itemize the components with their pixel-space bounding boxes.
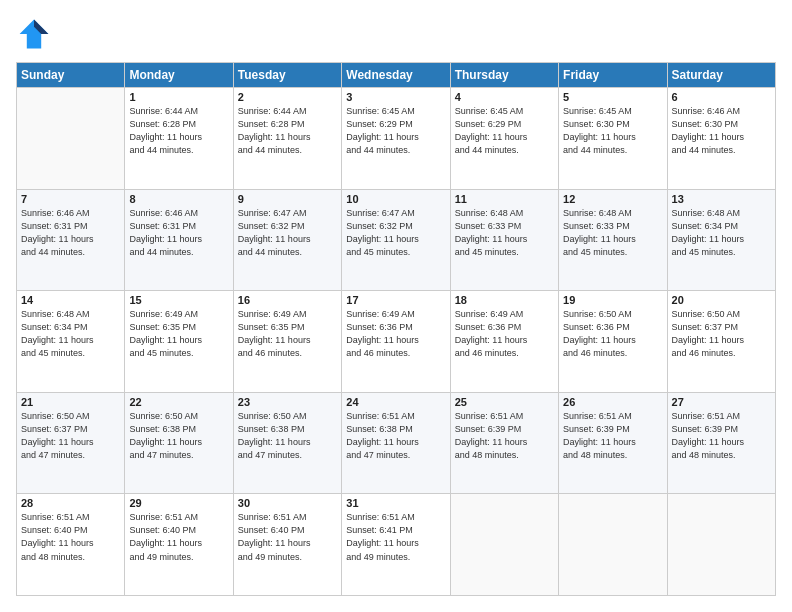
day-number: 6: [672, 91, 771, 103]
day-info: Sunrise: 6:45 AMSunset: 6:29 PMDaylight:…: [346, 105, 445, 157]
day-number: 26: [563, 396, 662, 408]
calendar-cell: 30Sunrise: 6:51 AMSunset: 6:40 PMDayligh…: [233, 494, 341, 596]
calendar-cell: 3Sunrise: 6:45 AMSunset: 6:29 PMDaylight…: [342, 88, 450, 190]
calendar-cell: 25Sunrise: 6:51 AMSunset: 6:39 PMDayligh…: [450, 392, 558, 494]
calendar-week-2: 14Sunrise: 6:48 AMSunset: 6:34 PMDayligh…: [17, 291, 776, 393]
calendar-cell: 12Sunrise: 6:48 AMSunset: 6:33 PMDayligh…: [559, 189, 667, 291]
weekday-header-wednesday: Wednesday: [342, 63, 450, 88]
calendar-week-4: 28Sunrise: 6:51 AMSunset: 6:40 PMDayligh…: [17, 494, 776, 596]
calendar-cell: 29Sunrise: 6:51 AMSunset: 6:40 PMDayligh…: [125, 494, 233, 596]
day-info: Sunrise: 6:51 AMSunset: 6:40 PMDaylight:…: [21, 511, 120, 563]
day-info: Sunrise: 6:50 AMSunset: 6:37 PMDaylight:…: [21, 410, 120, 462]
calendar-week-1: 7Sunrise: 6:46 AMSunset: 6:31 PMDaylight…: [17, 189, 776, 291]
calendar: SundayMondayTuesdayWednesdayThursdayFrid…: [16, 62, 776, 596]
day-number: 20: [672, 294, 771, 306]
day-info: Sunrise: 6:48 AMSunset: 6:33 PMDaylight:…: [563, 207, 662, 259]
calendar-cell: 5Sunrise: 6:45 AMSunset: 6:30 PMDaylight…: [559, 88, 667, 190]
day-number: 25: [455, 396, 554, 408]
day-number: 18: [455, 294, 554, 306]
day-info: Sunrise: 6:51 AMSunset: 6:39 PMDaylight:…: [563, 410, 662, 462]
day-info: Sunrise: 6:49 AMSunset: 6:35 PMDaylight:…: [129, 308, 228, 360]
day-number: 7: [21, 193, 120, 205]
day-info: Sunrise: 6:47 AMSunset: 6:32 PMDaylight:…: [346, 207, 445, 259]
calendar-cell: 21Sunrise: 6:50 AMSunset: 6:37 PMDayligh…: [17, 392, 125, 494]
calendar-cell: 26Sunrise: 6:51 AMSunset: 6:39 PMDayligh…: [559, 392, 667, 494]
day-info: Sunrise: 6:46 AMSunset: 6:30 PMDaylight:…: [672, 105, 771, 157]
day-number: 5: [563, 91, 662, 103]
calendar-cell: [450, 494, 558, 596]
day-number: 17: [346, 294, 445, 306]
day-info: Sunrise: 6:51 AMSunset: 6:40 PMDaylight:…: [129, 511, 228, 563]
day-info: Sunrise: 6:48 AMSunset: 6:34 PMDaylight:…: [21, 308, 120, 360]
day-info: Sunrise: 6:51 AMSunset: 6:41 PMDaylight:…: [346, 511, 445, 563]
day-number: 30: [238, 497, 337, 509]
calendar-cell: 14Sunrise: 6:48 AMSunset: 6:34 PMDayligh…: [17, 291, 125, 393]
day-info: Sunrise: 6:44 AMSunset: 6:28 PMDaylight:…: [129, 105, 228, 157]
day-info: Sunrise: 6:49 AMSunset: 6:35 PMDaylight:…: [238, 308, 337, 360]
calendar-cell: [17, 88, 125, 190]
weekday-header-sunday: Sunday: [17, 63, 125, 88]
day-number: 8: [129, 193, 228, 205]
day-number: 22: [129, 396, 228, 408]
day-number: 13: [672, 193, 771, 205]
calendar-cell: 24Sunrise: 6:51 AMSunset: 6:38 PMDayligh…: [342, 392, 450, 494]
calendar-cell: 31Sunrise: 6:51 AMSunset: 6:41 PMDayligh…: [342, 494, 450, 596]
calendar-cell: 13Sunrise: 6:48 AMSunset: 6:34 PMDayligh…: [667, 189, 775, 291]
logo: [16, 16, 56, 52]
calendar-cell: [667, 494, 775, 596]
weekday-header-tuesday: Tuesday: [233, 63, 341, 88]
page: SundayMondayTuesdayWednesdayThursdayFrid…: [0, 0, 792, 612]
day-info: Sunrise: 6:48 AMSunset: 6:33 PMDaylight:…: [455, 207, 554, 259]
weekday-header-friday: Friday: [559, 63, 667, 88]
calendar-week-0: 1Sunrise: 6:44 AMSunset: 6:28 PMDaylight…: [17, 88, 776, 190]
calendar-cell: 1Sunrise: 6:44 AMSunset: 6:28 PMDaylight…: [125, 88, 233, 190]
day-info: Sunrise: 6:47 AMSunset: 6:32 PMDaylight:…: [238, 207, 337, 259]
day-info: Sunrise: 6:48 AMSunset: 6:34 PMDaylight:…: [672, 207, 771, 259]
day-info: Sunrise: 6:45 AMSunset: 6:30 PMDaylight:…: [563, 105, 662, 157]
day-info: Sunrise: 6:44 AMSunset: 6:28 PMDaylight:…: [238, 105, 337, 157]
day-info: Sunrise: 6:50 AMSunset: 6:37 PMDaylight:…: [672, 308, 771, 360]
weekday-header-thursday: Thursday: [450, 63, 558, 88]
day-number: 28: [21, 497, 120, 509]
day-info: Sunrise: 6:49 AMSunset: 6:36 PMDaylight:…: [346, 308, 445, 360]
day-number: 31: [346, 497, 445, 509]
calendar-cell: 10Sunrise: 6:47 AMSunset: 6:32 PMDayligh…: [342, 189, 450, 291]
day-number: 14: [21, 294, 120, 306]
day-info: Sunrise: 6:51 AMSunset: 6:40 PMDaylight:…: [238, 511, 337, 563]
calendar-cell: 11Sunrise: 6:48 AMSunset: 6:33 PMDayligh…: [450, 189, 558, 291]
day-number: 24: [346, 396, 445, 408]
day-info: Sunrise: 6:49 AMSunset: 6:36 PMDaylight:…: [455, 308, 554, 360]
day-info: Sunrise: 6:50 AMSunset: 6:36 PMDaylight:…: [563, 308, 662, 360]
calendar-cell: 6Sunrise: 6:46 AMSunset: 6:30 PMDaylight…: [667, 88, 775, 190]
logo-icon: [16, 16, 52, 52]
day-number: 15: [129, 294, 228, 306]
calendar-cell: 16Sunrise: 6:49 AMSunset: 6:35 PMDayligh…: [233, 291, 341, 393]
calendar-cell: 2Sunrise: 6:44 AMSunset: 6:28 PMDaylight…: [233, 88, 341, 190]
day-number: 1: [129, 91, 228, 103]
day-info: Sunrise: 6:46 AMSunset: 6:31 PMDaylight:…: [21, 207, 120, 259]
day-number: 21: [21, 396, 120, 408]
calendar-cell: 15Sunrise: 6:49 AMSunset: 6:35 PMDayligh…: [125, 291, 233, 393]
day-number: 23: [238, 396, 337, 408]
calendar-cell: 9Sunrise: 6:47 AMSunset: 6:32 PMDaylight…: [233, 189, 341, 291]
day-number: 3: [346, 91, 445, 103]
day-info: Sunrise: 6:46 AMSunset: 6:31 PMDaylight:…: [129, 207, 228, 259]
calendar-cell: 8Sunrise: 6:46 AMSunset: 6:31 PMDaylight…: [125, 189, 233, 291]
calendar-cell: 7Sunrise: 6:46 AMSunset: 6:31 PMDaylight…: [17, 189, 125, 291]
day-info: Sunrise: 6:51 AMSunset: 6:38 PMDaylight:…: [346, 410, 445, 462]
day-info: Sunrise: 6:45 AMSunset: 6:29 PMDaylight:…: [455, 105, 554, 157]
day-info: Sunrise: 6:51 AMSunset: 6:39 PMDaylight:…: [672, 410, 771, 462]
calendar-cell: 4Sunrise: 6:45 AMSunset: 6:29 PMDaylight…: [450, 88, 558, 190]
day-number: 10: [346, 193, 445, 205]
weekday-header-monday: Monday: [125, 63, 233, 88]
calendar-cell: 27Sunrise: 6:51 AMSunset: 6:39 PMDayligh…: [667, 392, 775, 494]
calendar-cell: 23Sunrise: 6:50 AMSunset: 6:38 PMDayligh…: [233, 392, 341, 494]
day-info: Sunrise: 6:51 AMSunset: 6:39 PMDaylight:…: [455, 410, 554, 462]
day-number: 11: [455, 193, 554, 205]
day-info: Sunrise: 6:50 AMSunset: 6:38 PMDaylight:…: [129, 410, 228, 462]
day-info: Sunrise: 6:50 AMSunset: 6:38 PMDaylight:…: [238, 410, 337, 462]
weekday-header-row: SundayMondayTuesdayWednesdayThursdayFrid…: [17, 63, 776, 88]
calendar-week-3: 21Sunrise: 6:50 AMSunset: 6:37 PMDayligh…: [17, 392, 776, 494]
day-number: 9: [238, 193, 337, 205]
header: [16, 16, 776, 52]
